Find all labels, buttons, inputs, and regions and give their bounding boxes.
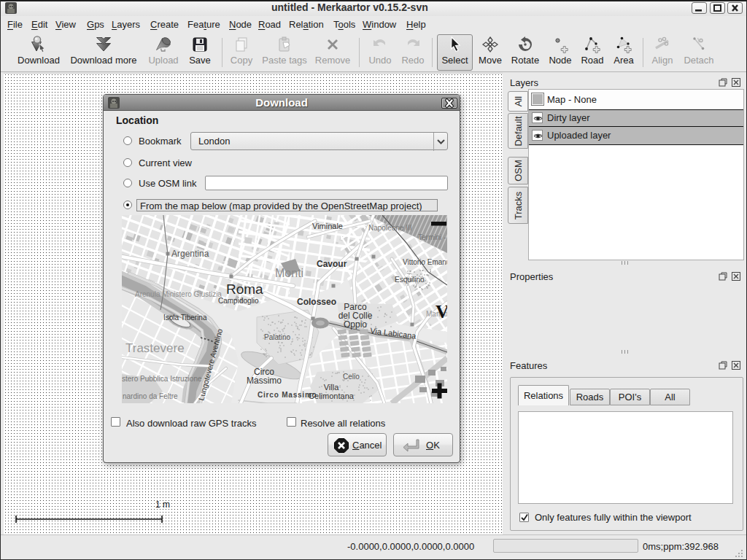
svg-text:Arenula Ministero Giustizia: Arenula Ministero Giustizia [135,290,222,298]
svg-text:Colosseo: Colosseo [297,297,336,307]
svg-text:Argentina: Argentina [171,249,209,259]
svg-text:Vittorio Emanuele: Vittorio Emanuele [403,258,447,266]
svg-text:Trastevere: Trastevere [125,341,185,355]
svg-text:Isola Tiberina: Isola Tiberina [163,314,207,322]
svg-text:Termini - La: Termini - La [418,233,447,241]
svg-text:Villa: Villa [324,383,339,392]
svg-text:Monti: Monti [275,267,303,279]
svg-text:Oppio: Oppio [344,319,367,330]
svg-text:Palatino: Palatino [264,333,291,341]
svg-text:Celimontana: Celimontana [309,392,355,400]
svg-text:V: V [436,301,447,322]
svg-text:Campidoglio: Campidoglio [218,297,259,305]
svg-text:Celio: Celio [343,373,360,381]
svg-text:Cavour: Cavour [317,259,347,269]
svg-text:Roma: Roma [226,281,263,297]
svg-text:Napoleone III: Napoleone III [368,224,412,232]
svg-text:nardino da Feltre: nardino da Feltre [123,392,178,400]
svg-text:stero Pubblica Istruzione: stero Pubblica Istruzione [122,375,202,383]
svg-text:Viminale: Viminale [312,222,343,230]
svg-text:Massimo: Massimo [247,376,282,386]
svg-text:Esquilino: Esquilino [395,276,425,284]
